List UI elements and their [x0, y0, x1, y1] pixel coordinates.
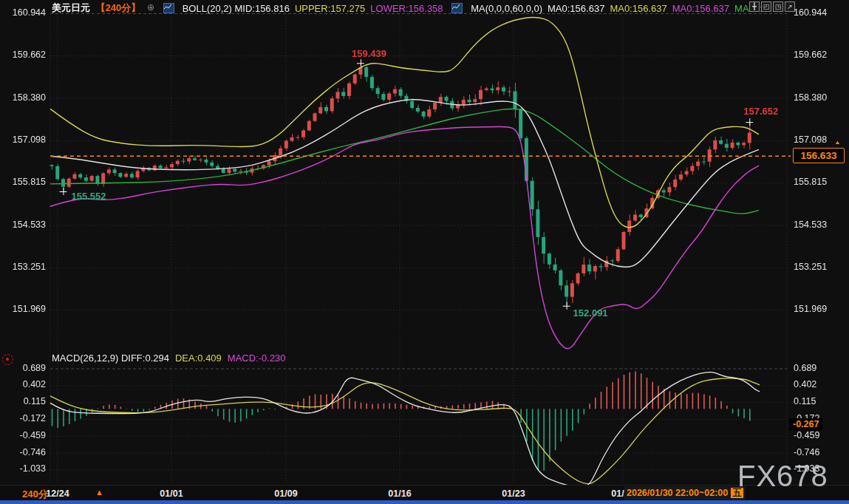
axis-label: 159.662 [1, 50, 46, 60]
add-indicator-icon[interactable]: ⊕ [147, 2, 154, 13]
axis-label: -0.459 [794, 430, 819, 440]
legend-item: LOWER:156.358 [370, 3, 443, 14]
chart-window: 美元日元 【240分】 ⊕ BOLL(20,2) MID:156.816UPPE… [0, 0, 849, 504]
axis-label: -1.033 [1, 463, 46, 474]
crosshair-move-icon[interactable]: ╋ [749, 1, 760, 12]
axis-label: 0.115 [1, 396, 46, 406]
axis-label: 158.380 [794, 92, 827, 103]
macd-current-label: -0.267 [789, 418, 822, 430]
indicator-icon[interactable] [163, 3, 174, 13]
timeframe-badge[interactable]: 【240分】 [96, 2, 141, 13]
axis-label: 157.098 [1, 134, 46, 145]
watermark: FX678 [737, 460, 828, 493]
pane-expand-icon[interactable]: ◳ [773, 1, 783, 12]
legend-item: UPPER:157.275 [295, 3, 365, 14]
legend-item: MA0:156.637 [548, 3, 604, 14]
axis-label: 0.402 [1, 379, 46, 389]
tooltip-text: 2026/01/30 22:00~02:00 [627, 488, 728, 498]
axis-label: 155.815 [1, 177, 46, 187]
axis-label: 155.815 [794, 177, 827, 187]
date-label: 01/01 [160, 488, 183, 499]
symbol-title: 美元日元 [52, 2, 90, 13]
legend-item: MA(0,0,0,60,0,0) [471, 3, 542, 14]
axis-label: -0.746 [794, 447, 819, 457]
timeframe-selector[interactable]: 240分 [22, 488, 48, 501]
axis-label: 160.944 [1, 7, 46, 18]
ma-legend: MA(0,0,0,60,0,0)MA0:156.637MA0:156.637MA… [446, 2, 762, 13]
axis-label: 154.533 [794, 219, 827, 230]
current-price-label: 156.633 [793, 148, 845, 163]
timeframe-arrow-icon[interactable]: ▲ [95, 488, 103, 497]
date-label: 01/23 [502, 488, 525, 499]
time-range-tooltip: 2026/01/30 22:00~02:00五 [624, 486, 746, 500]
axis-label: -0.746 [1, 447, 46, 457]
axis-label: 0.115 [794, 396, 816, 406]
axis-label: 160.944 [794, 7, 827, 18]
axis-label: 153.251 [794, 262, 827, 272]
axis-label: 153.251 [1, 262, 46, 272]
axis-label: 0.689 [794, 363, 816, 373]
axis-label: 158.380 [1, 92, 46, 103]
date-label: 12/24 [46, 488, 69, 499]
axis-label: 154.533 [1, 219, 46, 230]
axis-label: 151.969 [1, 304, 46, 314]
axis-label: 151.969 [794, 304, 827, 314]
legend-item: MA0:156.637 [610, 3, 666, 14]
date-label: 01/16 [388, 488, 411, 499]
legend-item: MA0:156.637 [672, 3, 729, 14]
axis-label: 159.662 [794, 50, 827, 60]
macd-legend-item: MACD:-0.230 [228, 353, 286, 364]
main-legend: 美元日元 【240分】 ⊕ BOLL(20,2) MID:156.816UPPE… [52, 1, 763, 13]
macd-legend-item: MACD(26,12,9) DIFF:0.294 [52, 353, 169, 364]
chart-toolbar: ╋◰◳↗ [749, 1, 795, 12]
axis-label: -0.459 [1, 430, 46, 440]
pane-shrink-icon[interactable]: ◰ [761, 1, 771, 12]
axis-label: 157.098 [794, 134, 827, 145]
date-label: 01/09 [274, 488, 297, 499]
macd-legend-item: DEA:0.409 [175, 353, 222, 364]
boll-legend: BOLL(20,2) MID:156.816UPPER:157.275LOWER… [157, 2, 443, 13]
chart-canvas[interactable] [0, 0, 849, 504]
axis-label: 0.402 [794, 379, 816, 389]
indicator-icon[interactable] [451, 3, 463, 13]
bottom-scrollbar[interactable] [0, 500, 849, 504]
live-dot-icon [2, 354, 13, 365]
macd-legend: MACD(26,12,9) DIFF:0.294DEA:0.409MACD:-0… [52, 353, 292, 364]
axis-label: -0.172 [1, 413, 46, 423]
legend-item: BOLL(20,2) MID:156.816 [183, 3, 290, 14]
